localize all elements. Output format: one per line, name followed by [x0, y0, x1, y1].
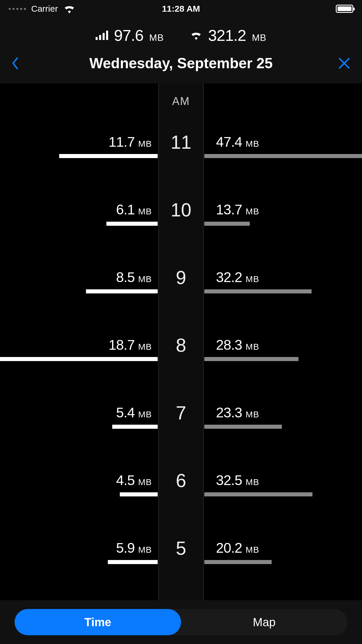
hour-label: 11: [171, 132, 191, 153]
cellular-side: 5.4MB: [0, 391, 158, 458]
cellular-bar: [108, 560, 158, 564]
cellular-row-unit: MB: [138, 410, 152, 419]
wifi-bar: [204, 560, 272, 564]
wifi-bar: [204, 425, 282, 429]
cellular-side: 11.7MB: [0, 120, 158, 188]
wifi-row-value: 28.3: [216, 337, 242, 353]
chart-row: 75.4MB23.3MB: [0, 391, 362, 458]
cellular-row-value: 5.9: [116, 540, 135, 556]
wifi-value: 321.2: [208, 26, 246, 44]
wifi-row-unit: MB: [245, 545, 259, 555]
cellular-row-unit: MB: [138, 274, 152, 284]
ampm-label: AM: [172, 95, 190, 108]
wifi-unit: MB: [252, 32, 266, 43]
cellular-unit: MB: [149, 32, 164, 43]
wifi-row-unit: MB: [245, 477, 259, 487]
wifi-row-value: 13.7: [216, 202, 242, 218]
chart-row: 106.1MB13.7MB: [0, 188, 362, 255]
wifi-bar: [204, 222, 250, 226]
cellular-bar: [106, 222, 158, 226]
wifi-row-value: 20.2: [216, 540, 242, 556]
wifi-row-unit: MB: [245, 206, 259, 216]
wifi-summary: 321.2 MB: [190, 26, 266, 44]
wifi-row-value: 23.3: [216, 405, 242, 421]
wifi-bar: [204, 154, 362, 158]
wifi-bar: [204, 357, 298, 361]
nav-row: Wednesday, September 25: [0, 55, 362, 78]
signal-dots-icon: [9, 8, 26, 10]
view-segmented-control: Time Map: [15, 609, 347, 635]
chevron-left-icon: [12, 57, 18, 69]
chart-row: 64.5MB32.5MB: [0, 458, 362, 526]
summary-row: 97.6 MB 321.2 MB: [0, 18, 362, 55]
wifi-side: 23.3MB: [204, 391, 362, 458]
cellular-side: 6.1MB: [0, 188, 158, 255]
status-right: [238, 5, 353, 13]
wifi-row-unit: MB: [245, 274, 259, 284]
cellular-bar: [59, 154, 158, 158]
cellular-bar: [112, 425, 158, 429]
hour-label: 9: [176, 267, 186, 288]
cellular-row-unit: MB: [138, 206, 152, 216]
status-time: 11:28 AM: [124, 4, 238, 14]
tab-time[interactable]: Time: [15, 609, 181, 635]
hour-label: 5: [176, 538, 186, 559]
page-title: Wednesday, September 25: [29, 55, 333, 72]
tab-time-label: Time: [84, 616, 111, 629]
header: 97.6 MB 321.2 MB Wednesday, September 25: [0, 18, 362, 83]
cellular-icon: [96, 31, 108, 40]
carrier-label: Carrier: [31, 4, 58, 14]
wifi-row-unit: MB: [245, 342, 259, 352]
cellular-row-value: 6.1: [116, 202, 135, 218]
cellular-side: 4.5MB: [0, 458, 158, 526]
cellular-row-unit: MB: [138, 139, 152, 149]
chart-row: 818.7MB28.3MB: [0, 323, 362, 391]
chart-row: 55.9MB20.2MB: [0, 526, 362, 594]
cellular-row-unit: MB: [138, 342, 152, 352]
wifi-side: 32.2MB: [204, 255, 362, 323]
close-button[interactable]: [333, 57, 350, 69]
wifi-side: 32.5MB: [204, 458, 362, 526]
wifi-icon: [190, 31, 202, 40]
cellular-row-unit: MB: [138, 545, 152, 555]
wifi-row-value: 32.2: [216, 269, 242, 285]
chart-row: 1111.7MB47.4MB: [0, 120, 362, 188]
close-icon: [338, 57, 350, 69]
cellular-row-value: 5.4: [116, 405, 135, 421]
cellular-side: 18.7MB: [0, 323, 158, 391]
wifi-bar: [204, 492, 312, 496]
cellular-bar: [86, 289, 158, 293]
chart-row: 98.5MB32.2MB: [0, 255, 362, 323]
wifi-row-unit: MB: [245, 139, 259, 149]
wifi-side: 13.7MB: [204, 188, 362, 255]
tab-map[interactable]: Map: [181, 609, 347, 635]
cellular-side: 5.9MB: [0, 526, 158, 594]
wifi-row-value: 47.4: [216, 134, 242, 150]
cellular-bar: [120, 492, 158, 496]
cellular-bar: [0, 357, 158, 361]
bottom-bar: Time Map: [0, 600, 362, 644]
cellular-row-value: 11.7: [109, 134, 135, 150]
hour-label: 8: [176, 335, 186, 356]
chart-rows: 1111.7MB47.4MB106.1MB13.7MB98.5MB32.2MB8…: [0, 120, 362, 626]
tab-map-label: Map: [253, 616, 276, 629]
cellular-row-value: 18.7: [109, 337, 135, 353]
hour-label: 10: [171, 199, 191, 221]
hourly-chart[interactable]: AM 1111.7MB47.4MB106.1MB13.7MB98.5MB32.2…: [0, 83, 362, 626]
back-button[interactable]: [12, 57, 29, 69]
wifi-row-value: 32.5: [216, 472, 242, 488]
cellular-summary: 97.6 MB: [96, 26, 164, 44]
wifi-side: 28.3MB: [204, 323, 362, 391]
wifi-side: 20.2MB: [204, 526, 362, 594]
cellular-row-value: 4.5: [116, 472, 135, 488]
wifi-bar: [204, 289, 312, 293]
wifi-row-unit: MB: [245, 410, 259, 419]
wifi-icon: [63, 4, 75, 13]
status-left: Carrier: [9, 4, 124, 14]
hour-label: 7: [176, 402, 186, 424]
cellular-row-unit: MB: [138, 477, 152, 487]
cellular-value: 97.6: [114, 26, 143, 44]
cellular-side: 8.5MB: [0, 255, 158, 323]
hour-label: 6: [176, 470, 186, 491]
wifi-side: 47.4MB: [204, 120, 362, 188]
